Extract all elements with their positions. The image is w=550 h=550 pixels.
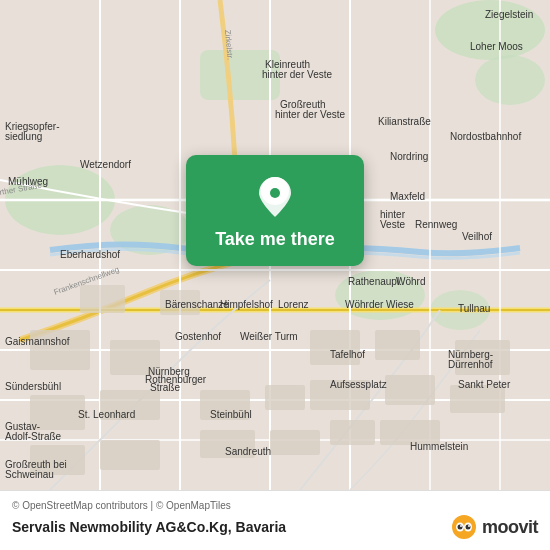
svg-text:Gostenhof: Gostenhof	[175, 331, 221, 342]
svg-text:Sündersbühl: Sündersbühl	[5, 381, 61, 392]
svg-text:Rathenaupl.: Rathenaupl.	[348, 276, 402, 287]
svg-text:Tullnau: Tullnau	[458, 303, 490, 314]
svg-text:Wöhrder Wiese: Wöhrder Wiese	[345, 299, 414, 310]
svg-text:Gaismannshof: Gaismannshof	[5, 336, 70, 347]
svg-rect-32	[265, 385, 305, 410]
map-view: Mühlweg Kriegsopfer- siedlung Wetzendorf…	[0, 0, 550, 490]
svg-text:Rennweg: Rennweg	[415, 219, 457, 230]
svg-rect-29	[385, 375, 435, 405]
svg-text:Steinbühl: Steinbühl	[210, 409, 252, 420]
svg-text:Tafelhof: Tafelhof	[330, 349, 365, 360]
moovit-icon	[450, 513, 478, 541]
svg-text:Veste: Veste	[380, 219, 405, 230]
svg-point-99	[465, 525, 470, 530]
svg-point-98	[457, 525, 462, 530]
take-me-there-label: Take me there	[215, 229, 335, 250]
svg-text:Hummelstein: Hummelstein	[410, 441, 468, 452]
location-pin-icon	[253, 175, 297, 219]
svg-text:St. Leonhard: St. Leonhard	[78, 409, 135, 420]
map-attribution: © OpenStreetMap contributors | © OpenMap…	[12, 500, 538, 511]
svg-text:hinter der Veste: hinter der Veste	[275, 109, 345, 120]
take-me-there-button[interactable]: Take me there	[186, 155, 364, 266]
svg-text:Lorenz: Lorenz	[278, 299, 309, 310]
svg-rect-38	[100, 440, 160, 470]
svg-rect-34	[270, 430, 320, 455]
svg-rect-26	[375, 330, 420, 360]
svg-text:Kilianstraße: Kilianstraße	[378, 116, 431, 127]
svg-text:Schweinau: Schweinau	[5, 469, 54, 480]
svg-text:Loher Moos: Loher Moos	[470, 41, 523, 52]
svg-text:Maxfeld: Maxfeld	[390, 191, 425, 202]
location-name: Servalis Newmobility AG&Co.Kg, Bavaria	[12, 519, 286, 535]
svg-point-101	[468, 525, 470, 527]
svg-text:Nordring: Nordring	[390, 151, 428, 162]
svg-text:Eberhardshof: Eberhardshof	[60, 249, 120, 260]
svg-rect-40	[80, 285, 125, 313]
bottom-info-bar: © OpenStreetMap contributors | © OpenMap…	[0, 490, 550, 550]
svg-text:Adolf-Straße: Adolf-Straße	[5, 431, 62, 442]
svg-point-100	[460, 525, 462, 527]
svg-text:Straße: Straße	[150, 382, 180, 393]
svg-text:Sankt Peter: Sankt Peter	[458, 379, 511, 390]
svg-point-5	[475, 55, 545, 105]
moovit-brand-text: moovit	[482, 517, 538, 538]
svg-text:Ziegelstein: Ziegelstein	[485, 9, 533, 20]
svg-text:Nordostbahnhof: Nordostbahnhof	[450, 131, 521, 142]
svg-text:Dürrenhof: Dürrenhof	[448, 359, 493, 370]
svg-text:Wöhrd: Wöhrd	[396, 276, 425, 287]
svg-text:Wetzendorf: Wetzendorf	[80, 159, 131, 170]
svg-text:Himpfelshof: Himpfelshof	[220, 299, 273, 310]
svg-text:Aufsessplatz: Aufsessplatz	[330, 379, 387, 390]
svg-text:Sandreuth: Sandreuth	[225, 446, 271, 457]
svg-point-93	[270, 188, 280, 198]
svg-text:hinter der Veste: hinter der Veste	[262, 69, 332, 80]
svg-text:siedlung: siedlung	[5, 131, 42, 142]
svg-rect-35	[330, 420, 375, 445]
svg-text:Veilhof: Veilhof	[462, 231, 492, 242]
moovit-logo: moovit	[450, 513, 538, 541]
svg-text:Weißer Turm: Weißer Turm	[240, 331, 298, 342]
